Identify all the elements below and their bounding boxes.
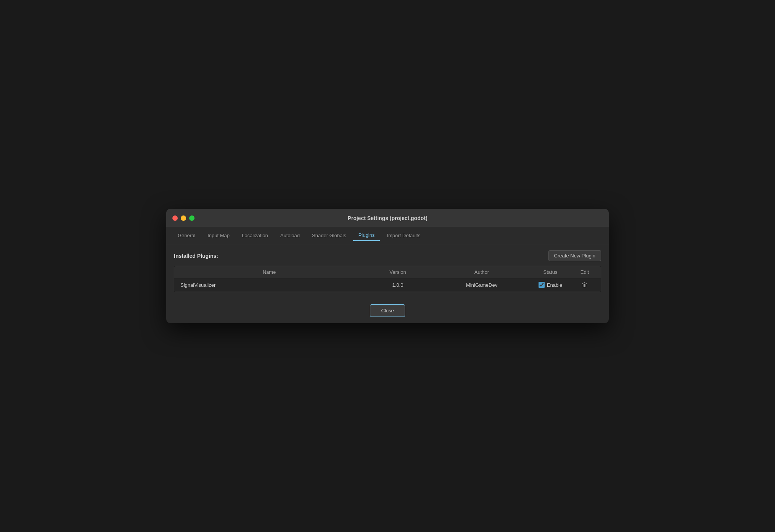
maximize-window-button[interactable]: [189, 215, 195, 221]
installed-plugins-title: Installed Plugins:: [174, 253, 218, 259]
trash-icon: 🗑: [582, 281, 588, 288]
tab-general[interactable]: General: [172, 230, 201, 241]
plugin-enable-label: Enable: [547, 282, 562, 288]
table-header: Name Version Author Status Edit: [174, 266, 601, 278]
tab-localization[interactable]: Localization: [236, 230, 273, 241]
tab-input-map[interactable]: Input Map: [202, 230, 235, 241]
col-header-status: Status: [527, 269, 573, 275]
plugin-name: SignalVisualizer: [179, 282, 360, 288]
tabs-bar: General Input Map Localization Autoload …: [166, 227, 609, 244]
plugin-author: MiniGameDev: [436, 282, 527, 288]
tab-shader-globals[interactable]: Shader Globals: [307, 230, 352, 241]
content-area: Installed Plugins: Create New Plugin Nam…: [166, 244, 609, 298]
project-settings-window: Project Settings (project.godot) General…: [166, 209, 609, 323]
close-window-button[interactable]: [172, 215, 178, 221]
close-button[interactable]: Close: [370, 304, 405, 317]
plugins-header: Installed Plugins: Create New Plugin: [174, 250, 601, 261]
tab-autoload[interactable]: Autoload: [275, 230, 305, 241]
plugin-enable-checkbox[interactable]: [539, 282, 545, 288]
col-header-version: Version: [360, 269, 436, 275]
create-new-plugin-button[interactable]: Create New Plugin: [548, 250, 601, 261]
plugin-edit: 🗑: [573, 281, 596, 288]
tab-import-defaults[interactable]: Import Defaults: [381, 230, 426, 241]
table-row: SignalVisualizer 1.0.0 MiniGameDev Enabl…: [174, 278, 601, 292]
plugin-status: Enable: [527, 282, 573, 288]
col-header-edit: Edit: [573, 269, 596, 275]
col-header-author: Author: [436, 269, 527, 275]
delete-plugin-button[interactable]: 🗑: [573, 281, 596, 288]
window-controls: [172, 215, 195, 221]
tab-plugins[interactable]: Plugins: [353, 230, 380, 241]
footer: Close: [166, 298, 609, 323]
window-title: Project Settings (project.godot): [347, 215, 427, 221]
plugin-version: 1.0.0: [360, 282, 436, 288]
minimize-window-button[interactable]: [181, 215, 186, 221]
plugins-table: Name Version Author Status Edit SignalVi…: [174, 266, 601, 292]
titlebar: Project Settings (project.godot): [166, 209, 609, 227]
col-header-name: Name: [179, 269, 360, 275]
